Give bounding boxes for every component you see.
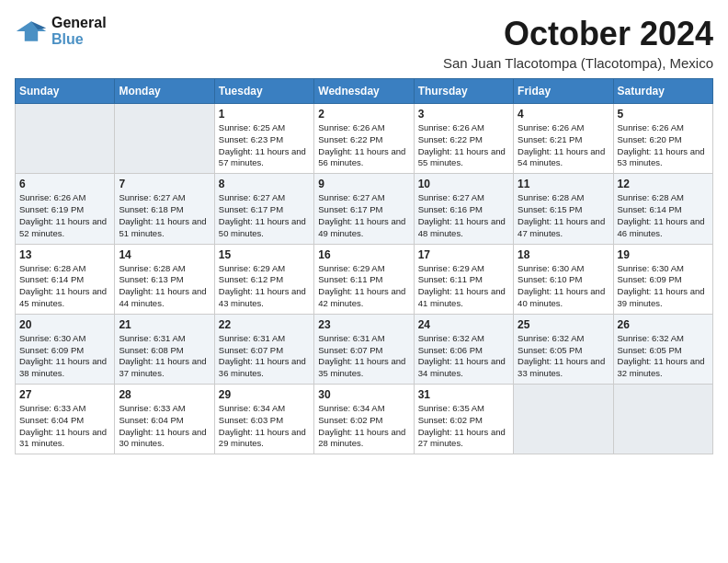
calendar-cell: 21Sunrise: 6:31 AM Sunset: 6:08 PM Dayli… — [115, 314, 214, 384]
day-info: Sunrise: 6:34 AM Sunset: 6:03 PM Dayligh… — [219, 403, 310, 450]
day-info: Sunrise: 6:31 AM Sunset: 6:07 PM Dayligh… — [318, 333, 409, 380]
calendar-cell — [16, 104, 115, 174]
day-number: 3 — [418, 108, 509, 121]
calendar-cell: 29Sunrise: 6:34 AM Sunset: 6:03 PM Dayli… — [214, 385, 313, 454]
day-info: Sunrise: 6:32 AM Sunset: 6:05 PM Dayligh… — [518, 333, 609, 380]
calendar-cell: 6Sunrise: 6:26 AM Sunset: 6:19 PM Daylig… — [16, 174, 115, 244]
day-number: 6 — [19, 178, 110, 190]
day-number: 2 — [318, 108, 409, 121]
calendar-cell — [115, 104, 214, 174]
day-info: Sunrise: 6:28 AM Sunset: 6:15 PM Dayligh… — [518, 192, 609, 239]
calendar-cell: 1Sunrise: 6:25 AM Sunset: 6:23 PM Daylig… — [214, 104, 313, 174]
calendar-cell: 13Sunrise: 6:28 AM Sunset: 6:14 PM Dayli… — [16, 244, 115, 314]
calendar-header-cell: Tuesday — [214, 79, 313, 104]
day-info: Sunrise: 6:29 AM Sunset: 6:11 PM Dayligh… — [318, 263, 409, 310]
calendar-week-row: 1Sunrise: 6:25 AM Sunset: 6:23 PM Daylig… — [16, 104, 713, 174]
day-number: 7 — [119, 178, 210, 190]
day-info: Sunrise: 6:32 AM Sunset: 6:06 PM Dayligh… — [418, 333, 509, 380]
day-number: 23 — [318, 318, 409, 331]
day-info: Sunrise: 6:28 AM Sunset: 6:14 PM Dayligh… — [618, 192, 709, 239]
calendar-cell: 5Sunrise: 6:26 AM Sunset: 6:20 PM Daylig… — [613, 104, 712, 174]
calendar-header-cell: Wednesday — [314, 79, 414, 104]
day-number: 19 — [618, 248, 709, 261]
day-info: Sunrise: 6:35 AM Sunset: 6:02 PM Dayligh… — [418, 403, 509, 450]
calendar-cell: 23Sunrise: 6:31 AM Sunset: 6:07 PM Dayli… — [314, 314, 414, 384]
day-info: Sunrise: 6:28 AM Sunset: 6:13 PM Dayligh… — [119, 263, 210, 310]
day-info: Sunrise: 6:31 AM Sunset: 6:07 PM Dayligh… — [219, 333, 310, 380]
day-number: 11 — [518, 178, 609, 190]
calendar-cell: 11Sunrise: 6:28 AM Sunset: 6:15 PM Dayli… — [514, 174, 613, 244]
calendar-cell: 9Sunrise: 6:27 AM Sunset: 6:17 PM Daylig… — [314, 174, 414, 244]
calendar-cell: 12Sunrise: 6:28 AM Sunset: 6:14 PM Dayli… — [613, 174, 712, 244]
calendar-cell: 31Sunrise: 6:35 AM Sunset: 6:02 PM Dayli… — [414, 385, 513, 454]
calendar-cell: 24Sunrise: 6:32 AM Sunset: 6:06 PM Dayli… — [414, 314, 513, 384]
day-info: Sunrise: 6:30 AM Sunset: 6:09 PM Dayligh… — [19, 333, 110, 380]
calendar-cell: 27Sunrise: 6:33 AM Sunset: 6:04 PM Dayli… — [16, 385, 115, 454]
calendar-cell: 17Sunrise: 6:29 AM Sunset: 6:11 PM Dayli… — [414, 244, 513, 314]
calendar-week-row: 27Sunrise: 6:33 AM Sunset: 6:04 PM Dayli… — [16, 385, 713, 454]
calendar-cell: 19Sunrise: 6:30 AM Sunset: 6:09 PM Dayli… — [613, 244, 712, 314]
day-number: 9 — [318, 178, 409, 190]
day-info: Sunrise: 6:33 AM Sunset: 6:04 PM Dayligh… — [119, 403, 210, 450]
calendar-cell: 20Sunrise: 6:30 AM Sunset: 6:09 PM Dayli… — [16, 314, 115, 384]
title-section: October 2024 San Juan Tlacotompa (Tlacot… — [443, 15, 713, 71]
day-number: 18 — [518, 248, 609, 261]
day-number: 4 — [518, 108, 609, 121]
day-number: 22 — [219, 318, 310, 331]
calendar-cell: 30Sunrise: 6:34 AM Sunset: 6:02 PM Dayli… — [314, 385, 414, 454]
logo-bird-icon — [15, 15, 48, 48]
calendar-week-row: 20Sunrise: 6:30 AM Sunset: 6:09 PM Dayli… — [16, 314, 713, 384]
day-info: Sunrise: 6:26 AM Sunset: 6:22 PM Dayligh… — [318, 122, 409, 169]
day-info: Sunrise: 6:31 AM Sunset: 6:08 PM Dayligh… — [119, 333, 210, 380]
day-number: 16 — [318, 248, 409, 261]
calendar-body: 1Sunrise: 6:25 AM Sunset: 6:23 PM Daylig… — [16, 104, 713, 454]
day-info: Sunrise: 6:26 AM Sunset: 6:21 PM Dayligh… — [518, 122, 609, 169]
day-info: Sunrise: 6:26 AM Sunset: 6:19 PM Dayligh… — [19, 192, 110, 239]
day-info: Sunrise: 6:29 AM Sunset: 6:11 PM Dayligh… — [418, 263, 509, 310]
day-info: Sunrise: 6:25 AM Sunset: 6:23 PM Dayligh… — [219, 122, 310, 169]
day-number: 12 — [618, 178, 709, 190]
calendar-header-cell: Friday — [514, 79, 613, 104]
day-info: Sunrise: 6:27 AM Sunset: 6:16 PM Dayligh… — [418, 192, 509, 239]
calendar-table: SundayMondayTuesdayWednesdayThursdayFrid… — [15, 78, 713, 454]
day-number: 29 — [219, 388, 310, 401]
calendar-cell: 2Sunrise: 6:26 AM Sunset: 6:22 PM Daylig… — [314, 104, 414, 174]
calendar-cell: 7Sunrise: 6:27 AM Sunset: 6:18 PM Daylig… — [115, 174, 214, 244]
day-info: Sunrise: 6:27 AM Sunset: 6:17 PM Dayligh… — [318, 192, 409, 239]
calendar-cell: 22Sunrise: 6:31 AM Sunset: 6:07 PM Dayli… — [214, 314, 313, 384]
calendar-cell: 16Sunrise: 6:29 AM Sunset: 6:11 PM Dayli… — [314, 244, 414, 314]
day-number: 27 — [19, 388, 110, 401]
calendar-cell — [613, 385, 712, 454]
calendar-cell: 4Sunrise: 6:26 AM Sunset: 6:21 PM Daylig… — [514, 104, 613, 174]
logo: General Blue — [15, 15, 107, 48]
calendar-header-cell: Sunday — [16, 79, 115, 104]
day-info: Sunrise: 6:29 AM Sunset: 6:12 PM Dayligh… — [219, 263, 310, 310]
page-header: General Blue October 2024 San Juan Tlaco… — [15, 15, 713, 71]
calendar-cell: 18Sunrise: 6:30 AM Sunset: 6:10 PM Dayli… — [514, 244, 613, 314]
calendar-header-cell: Saturday — [613, 79, 712, 104]
calendar-cell: 15Sunrise: 6:29 AM Sunset: 6:12 PM Dayli… — [214, 244, 313, 314]
calendar-week-row: 6Sunrise: 6:26 AM Sunset: 6:19 PM Daylig… — [16, 174, 713, 244]
day-number: 10 — [418, 178, 509, 190]
day-number: 31 — [418, 388, 509, 401]
day-info: Sunrise: 6:32 AM Sunset: 6:05 PM Dayligh… — [618, 333, 709, 380]
day-info: Sunrise: 6:30 AM Sunset: 6:10 PM Dayligh… — [518, 263, 609, 310]
day-number: 26 — [618, 318, 709, 331]
day-number: 1 — [219, 108, 310, 121]
day-info: Sunrise: 6:34 AM Sunset: 6:02 PM Dayligh… — [318, 403, 409, 450]
subtitle: San Juan Tlacotompa (Tlacotompa), Mexico — [443, 55, 713, 71]
day-number: 13 — [19, 248, 110, 261]
calendar-header-cell: Monday — [115, 79, 214, 104]
day-info: Sunrise: 6:33 AM Sunset: 6:04 PM Dayligh… — [19, 403, 110, 450]
day-number: 21 — [119, 318, 210, 331]
calendar-cell: 25Sunrise: 6:32 AM Sunset: 6:05 PM Dayli… — [514, 314, 613, 384]
calendar-header-row: SundayMondayTuesdayWednesdayThursdayFrid… — [16, 79, 713, 104]
day-number: 8 — [219, 178, 310, 190]
day-info: Sunrise: 6:27 AM Sunset: 6:17 PM Dayligh… — [219, 192, 310, 239]
day-number: 24 — [418, 318, 509, 331]
calendar-cell: 26Sunrise: 6:32 AM Sunset: 6:05 PM Dayli… — [613, 314, 712, 384]
calendar-cell — [514, 385, 613, 454]
calendar-cell: 10Sunrise: 6:27 AM Sunset: 6:16 PM Dayli… — [414, 174, 513, 244]
day-number: 20 — [19, 318, 110, 331]
day-number: 15 — [219, 248, 310, 261]
